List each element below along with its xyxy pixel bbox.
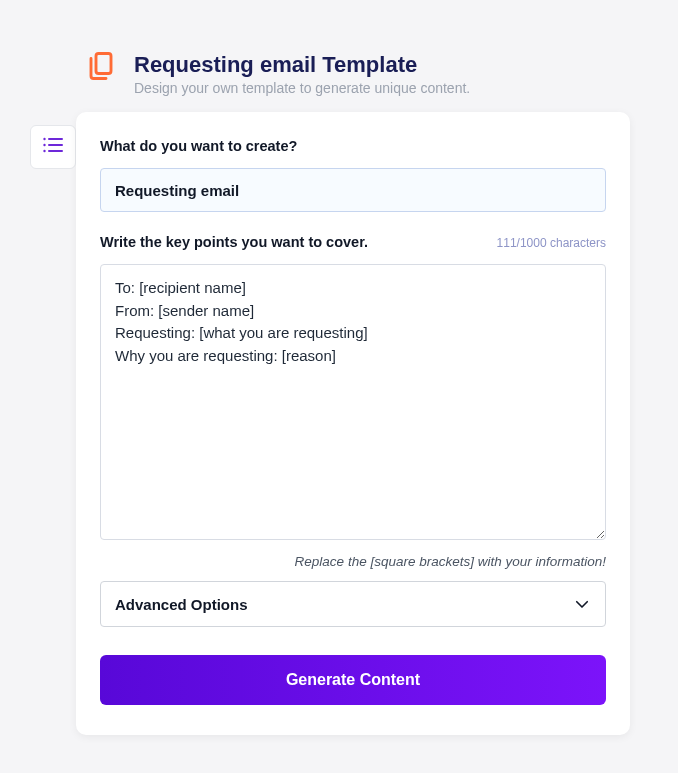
svg-point-3 [43,150,45,152]
page-title: Requesting email Template [134,52,470,78]
create-label: What do you want to create? [100,138,606,154]
keypoints-textarea[interactable] [100,264,606,540]
side-tab-list-button[interactable] [30,125,76,169]
svg-point-2 [43,144,45,146]
copy-icon [86,51,116,81]
chevron-down-icon [573,595,591,613]
svg-rect-0 [96,54,111,74]
create-input[interactable] [100,168,606,212]
page-header: Requesting email Template Design your ow… [0,0,678,96]
keypoints-helper-text: Replace the [square brackets] with your … [100,554,606,569]
keypoints-field-group: Write the key points you want to cover. … [100,234,606,569]
keypoints-char-counter: 111/1000 characters [497,236,606,250]
generate-content-button[interactable]: Generate Content [100,655,606,705]
create-field-group: What do you want to create? [100,138,606,212]
advanced-options-label: Advanced Options [115,596,248,613]
advanced-options-toggle[interactable]: Advanced Options [100,581,606,627]
page-subtitle: Design your own template to generate uni… [134,80,470,96]
list-icon [42,136,64,158]
svg-point-1 [43,138,45,140]
keypoints-label: Write the key points you want to cover. [100,234,368,250]
template-form-card: What do you want to create? Write the ke… [76,112,630,735]
